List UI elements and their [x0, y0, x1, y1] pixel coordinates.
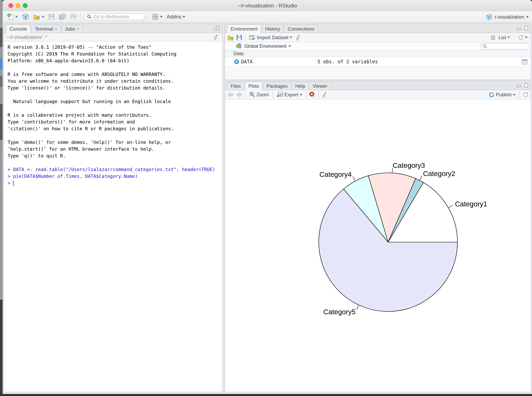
import-dataset-button[interactable]: Import Dataset: [248, 34, 293, 41]
save-workspace-icon[interactable]: [236, 35, 242, 41]
pie-slice-label: Category5: [323, 308, 356, 316]
console-pane: Console Terminal× Jobs× ~/r-visualizatio…: [4, 23, 223, 392]
environment-search-box[interactable]: [480, 43, 528, 50]
toolbar-separator: [147, 13, 148, 21]
new-file-icon: [7, 13, 14, 20]
console-line: [8, 92, 222, 99]
goto-directory-icon[interactable]: [44, 35, 49, 40]
tab-label: Terminal: [35, 26, 53, 32]
tab-help[interactable]: Help: [292, 82, 309, 90]
clear-console-broom-icon[interactable]: [213, 34, 219, 40]
list-view-label: List: [499, 35, 506, 40]
previous-plot-arrow-icon[interactable]: [228, 92, 234, 98]
tab-files[interactable]: Files: [227, 82, 244, 90]
vertical-pane-splitter[interactable]: [223, 23, 225, 394]
pane-layout-button[interactable]: [151, 13, 164, 21]
publish-plot-button[interactable]: Publish: [488, 91, 516, 99]
project-chooser[interactable]: R r-visualization: [486, 11, 529, 23]
tab-console[interactable]: Console: [6, 24, 31, 33]
tab-label: Environment: [231, 26, 257, 32]
chevron-down-icon: [15, 16, 18, 18]
console-tabstrip: Console Terminal× Jobs×: [4, 24, 222, 33]
open-file-button[interactable]: [32, 13, 45, 21]
search-icon: [482, 44, 487, 49]
environment-pane: Environment History Connections Import D…: [225, 23, 531, 80]
maximize-pane-icon[interactable]: [214, 26, 220, 32]
screen: { "window": { "title": "~/r-visualizatio…: [0, 0, 532, 396]
environment-object-row[interactable]: DATA 5 obs. of 2 variables: [225, 57, 531, 67]
addins-button[interactable]: Addins: [166, 13, 186, 20]
text-cursor: [13, 181, 14, 186]
tab-label: Plots: [248, 83, 259, 89]
tab-label: History: [265, 26, 280, 32]
expand-object-icon[interactable]: [234, 59, 240, 64]
zoom-plot-button[interactable]: Zoom: [248, 91, 270, 99]
pie-slice-label: Category4: [319, 170, 351, 178]
new-file-button[interactable]: [6, 13, 19, 21]
print-button[interactable]: [69, 13, 77, 21]
list-view-icon[interactable]: [490, 35, 496, 40]
tab-terminal[interactable]: Terminal×: [31, 25, 61, 33]
tab-connections[interactable]: Connections: [284, 25, 318, 33]
pie-slice-label: Category2: [423, 170, 455, 177]
toolbar-separator: [245, 91, 246, 99]
tab-environment[interactable]: Environment: [227, 24, 261, 33]
pie-label-tick: [449, 205, 453, 208]
zoom-magnifier-icon: [249, 92, 255, 98]
next-plot-arrow-icon[interactable]: [236, 92, 242, 98]
tab-viewer[interactable]: Viewer: [309, 82, 331, 90]
addins-label: Addins: [167, 14, 181, 20]
chevron-down-icon: [507, 37, 510, 38]
save-button[interactable]: [47, 13, 56, 21]
toolbar-separator: [272, 91, 273, 99]
console-line: [8, 106, 222, 112]
plots-tabstrip: Files Plots Packages Help Viewer: [225, 81, 531, 90]
chevron-down-icon: [513, 94, 516, 96]
view-table-icon[interactable]: [522, 59, 528, 64]
console-line: [8, 133, 222, 140]
data-section-header: Data: [225, 50, 531, 57]
refresh-icon: [518, 35, 524, 41]
minimize-pane-icon[interactable]: [516, 26, 522, 31]
goto-file-search[interactable]: [84, 13, 144, 20]
save-all-button[interactable]: [58, 13, 67, 21]
pie-label-tick: [357, 305, 358, 310]
object-name: DATA: [241, 59, 253, 64]
chevron-down-icon: [160, 16, 163, 18]
import-dataset-label: Import Dataset: [257, 35, 288, 40]
load-workspace-folder-icon[interactable]: [228, 34, 234, 41]
pie-chart: Category1Category2Category3Category4Cate…: [225, 100, 531, 392]
tab-jobs[interactable]: Jobs×: [61, 25, 83, 33]
publish-label: Publish: [496, 92, 512, 98]
refresh-plot-icon[interactable]: [522, 92, 528, 98]
tab-packages[interactable]: Packages: [263, 82, 291, 90]
new-project-button[interactable]: R: [21, 12, 30, 21]
search-icon: [87, 14, 92, 19]
close-icon[interactable]: ×: [55, 27, 57, 31]
close-icon[interactable]: ×: [76, 27, 79, 31]
environment-scope-label[interactable]: Global Environment: [244, 43, 286, 49]
refresh-environment-button[interactable]: [517, 34, 528, 41]
console-prompt-line[interactable]: >: [8, 181, 222, 187]
minimize-pane-icon[interactable]: [516, 83, 522, 88]
remove-plot-icon[interactable]: [309, 92, 316, 98]
tab-plots[interactable]: Plots: [245, 82, 263, 90]
tab-history[interactable]: History: [262, 25, 284, 33]
main-toolbar: R: [3, 11, 532, 23]
chevron-down-icon: [526, 16, 529, 18]
maximize-pane-icon[interactable]: [524, 26, 529, 31]
tab-label: Jobs: [65, 26, 75, 32]
clear-all-plots-broom-icon[interactable]: [322, 92, 327, 98]
tab-label: Help: [295, 83, 305, 89]
toolbar-separator: [81, 13, 81, 21]
console-output[interactable]: R version 3.6.1 (2019-07-05) -- "Action …: [4, 42, 222, 383]
export-plot-button[interactable]: Export: [276, 91, 303, 99]
tab-label: Console: [10, 26, 27, 32]
console-line: Type 'q()' to quit R.: [8, 153, 222, 160]
environment-search-input[interactable]: [488, 44, 526, 49]
list-view-button[interactable]: List: [498, 34, 511, 41]
clear-objects-broom-icon[interactable]: [295, 35, 301, 41]
maximize-pane-icon[interactable]: [524, 83, 529, 88]
plots-pane: Files Plots Packages Help Viewer: [225, 81, 531, 392]
goto-file-input[interactable]: [93, 14, 142, 20]
